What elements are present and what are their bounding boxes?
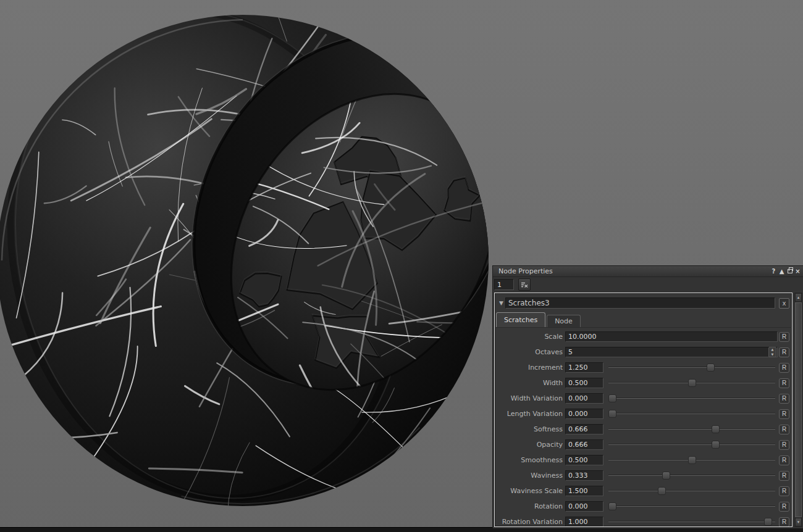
- node-name-field[interactable]: [505, 297, 775, 309]
- param-controls: [565, 452, 778, 468]
- param-controls: [565, 499, 778, 514]
- slider-track[interactable]: [608, 429, 775, 430]
- slider-handle[interactable]: [707, 364, 715, 372]
- param-slider[interactable]: [608, 471, 775, 480]
- slider-track[interactable]: [608, 444, 775, 445]
- reset-param-button[interactable]: R: [779, 378, 789, 388]
- panel-titlebar[interactable]: Node Properties ?▲×: [493, 266, 803, 277]
- param-value-field[interactable]: [565, 409, 603, 419]
- param-slider[interactable]: [608, 455, 775, 465]
- param-value-field[interactable]: [565, 424, 603, 434]
- param-label: Width Variation: [495, 394, 563, 402]
- slider-handle[interactable]: [662, 472, 670, 480]
- param-slider[interactable]: [608, 517, 775, 526]
- reset-param-button[interactable]: R: [779, 471, 789, 481]
- reset-param-button[interactable]: R: [779, 502, 789, 512]
- param-row: Octaves▲▼R: [495, 344, 792, 360]
- param-label: Rotation Variation: [495, 518, 563, 526]
- reset-param-button[interactable]: R: [779, 440, 789, 450]
- param-controls: [565, 391, 778, 406]
- close-icon[interactable]: ×: [794, 267, 802, 275]
- slider-handle[interactable]: [712, 425, 720, 433]
- scrollbar-thumb[interactable]: [795, 302, 802, 517]
- param-controls: [565, 422, 778, 437]
- param-row: Length VariationR: [495, 406, 792, 422]
- param-label: Opacity: [495, 441, 563, 449]
- param-label: Length Variation: [495, 410, 563, 418]
- clear-panels-icon: [521, 281, 528, 288]
- clear-all-panels-button[interactable]: [518, 278, 531, 291]
- param-row: Rotation VariationR: [495, 514, 792, 527]
- slider-track[interactable]: [608, 522, 775, 522]
- param-value-field[interactable]: [565, 501, 603, 512]
- slider-track[interactable]: [608, 398, 775, 399]
- param-row: SoftnessR: [495, 422, 792, 437]
- spinner-down-icon[interactable]: ▼: [769, 352, 776, 357]
- slider-handle[interactable]: [688, 456, 696, 464]
- param-controls: [565, 329, 778, 344]
- param-value-field[interactable]: [565, 517, 603, 527]
- slider-track[interactable]: [608, 367, 775, 368]
- node-panel-close-button[interactable]: x: [779, 298, 789, 309]
- slider-track[interactable]: [608, 491, 775, 491]
- param-controls: [565, 483, 778, 499]
- slider-handle[interactable]: [688, 379, 696, 387]
- param-controls: [565, 437, 778, 452]
- slider-handle[interactable]: [608, 502, 616, 510]
- slider-handle[interactable]: [764, 518, 772, 526]
- scroll-down-button[interactable]: ▼: [795, 518, 802, 526]
- param-label: Rotation: [495, 502, 563, 510]
- slider-track[interactable]: [608, 475, 775, 476]
- param-row: SmoothnessR: [495, 452, 792, 468]
- param-value-field[interactable]: [565, 470, 603, 481]
- param-value-field[interactable]: [565, 393, 603, 404]
- reset-param-button[interactable]: R: [779, 332, 789, 342]
- param-slider[interactable]: [608, 486, 775, 496]
- tab-node[interactable]: Node: [547, 315, 581, 327]
- maximize-icon[interactable]: [786, 267, 794, 275]
- scroll-up-button[interactable]: ▲: [795, 293, 802, 302]
- param-slider[interactable]: [608, 394, 775, 403]
- param-value-field[interactable]: [565, 378, 603, 388]
- param-value-field[interactable]: [565, 439, 603, 450]
- reset-param-button[interactable]: R: [779, 347, 789, 357]
- param-slider[interactable]: [608, 409, 775, 418]
- panel-toolbar: [493, 277, 803, 292]
- slider-handle[interactable]: [712, 441, 720, 449]
- reset-param-button[interactable]: R: [779, 425, 789, 434]
- param-label: Scale: [495, 333, 563, 341]
- param-value-field[interactable]: [565, 455, 603, 465]
- reset-param-button[interactable]: R: [779, 486, 789, 496]
- node-panel-frame: ▼ x ScratchesNode ScaleROctaves▲▼RIncrem…: [494, 293, 792, 527]
- vertical-scrollbar[interactable]: ▲ ▼: [794, 293, 802, 527]
- slider-handle[interactable]: [608, 394, 616, 402]
- slider-track[interactable]: [608, 506, 775, 507]
- slider-handle[interactable]: [608, 410, 616, 418]
- param-value-field[interactable]: [565, 347, 778, 357]
- param-value-field[interactable]: [565, 362, 603, 373]
- collapse-arrow-icon[interactable]: ▼: [497, 300, 505, 306]
- reset-param-button[interactable]: R: [779, 363, 789, 373]
- spinner-up-icon[interactable]: ▲: [769, 347, 776, 352]
- param-slider[interactable]: [608, 378, 775, 388]
- max-panels-input[interactable]: [494, 279, 514, 290]
- tab-scratches[interactable]: Scratches: [496, 312, 545, 327]
- panel-scroll-container: ▼ x ScratchesNode ScaleROctaves▲▼RIncrem…: [493, 291, 803, 528]
- reset-param-button[interactable]: R: [779, 455, 789, 465]
- param-slider[interactable]: [608, 425, 775, 434]
- param-controls: [565, 468, 778, 483]
- reset-param-button[interactable]: R: [779, 394, 789, 404]
- help-icon[interactable]: ?: [770, 267, 778, 275]
- param-value-field[interactable]: [565, 486, 603, 496]
- param-value-field[interactable]: [565, 331, 778, 342]
- reset-param-button[interactable]: R: [779, 517, 789, 527]
- slider-track[interactable]: [608, 414, 775, 414]
- reset-param-button[interactable]: R: [779, 409, 789, 419]
- param-row: RotationR: [495, 499, 792, 514]
- param-slider[interactable]: [608, 502, 775, 511]
- param-slider[interactable]: [608, 440, 775, 449]
- param-slider[interactable]: [608, 363, 775, 372]
- slider-handle[interactable]: [658, 487, 666, 495]
- popout-icon[interactable]: ▲: [778, 267, 786, 275]
- value-spinner[interactable]: ▲▼: [768, 347, 776, 357]
